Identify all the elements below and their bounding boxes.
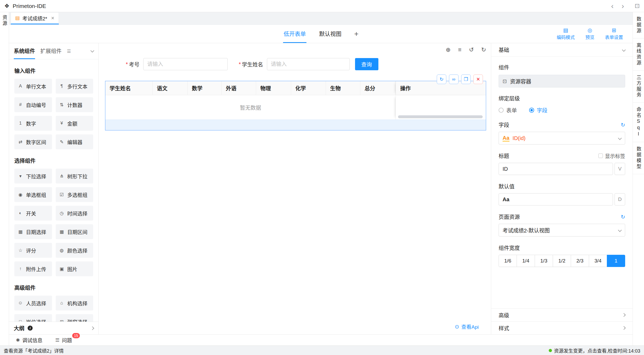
properties-header[interactable]: 基础 (491, 43, 633, 56)
palette-item-dropdown[interactable]: ▾下拉选择 (14, 169, 52, 183)
strip-item-third-party-service[interactable]: 三方服务 (633, 71, 644, 103)
code-mode-button[interactable]: ▤ 编码模式 (557, 28, 575, 40)
form-settings-button[interactable]: ⊞ 表单设置 (605, 28, 623, 40)
palette-item-multi-text[interactable]: ¶多行文本 (56, 79, 93, 94)
radio-form[interactable]: 表单 (499, 106, 517, 114)
palette-item-position-picker[interactable]: □岗位选择 (14, 314, 52, 322)
width-option[interactable]: 3/4 (589, 255, 607, 267)
column-header[interactable]: 外语 (222, 81, 256, 95)
title-input[interactable] (499, 163, 613, 175)
exam-no-input[interactable] (143, 58, 228, 70)
palette-item-single-text[interactable]: A单行文本 (14, 79, 52, 94)
tab-lowcode-form[interactable]: 低开表单 (283, 25, 306, 43)
tab-default-view[interactable]: 默认视图 (319, 25, 342, 43)
preview-button[interactable]: ◎ 预览 (585, 28, 594, 40)
column-header[interactable]: 学生姓名 (105, 81, 153, 95)
tab-extension-components[interactable]: 扩展组件 (40, 43, 62, 59)
info-icon[interactable]: i (28, 326, 33, 331)
palette-item-rating[interactable]: ☆评分 (14, 243, 52, 258)
column-header[interactable]: 生物 (326, 81, 360, 95)
column-header[interactable]: 总分 (360, 81, 396, 95)
page-resource-select[interactable]: 考试成绩2-默认视图 (499, 224, 625, 236)
radio-field[interactable]: 字段 (529, 106, 547, 114)
problems-button[interactable]: ☰ 问题 15 (55, 336, 72, 344)
component-box[interactable]: ⊡ 资源容器 (499, 75, 625, 87)
default-value-input[interactable]: Aa (499, 193, 613, 205)
tab-system-components[interactable]: 系统组件 (14, 43, 35, 59)
right-tool-strip: 数据源 离线资源 三方服务 命名Sql 数据模型 (633, 12, 644, 345)
palette-item-auto-number[interactable]: #自动编号 (14, 97, 52, 112)
delete-button[interactable]: ✕ (473, 74, 483, 84)
palette-item-checkbox-group[interactable]: ☑多选框组 (56, 187, 93, 202)
resource-strip-item[interactable]: 资源 (1, 15, 8, 27)
debug-info-button[interactable]: ✱ 调试信息 (16, 336, 42, 344)
sync-button[interactable]: ↻ (437, 74, 446, 84)
width-option[interactable]: 1/4 (517, 255, 535, 267)
design-canvas[interactable]: ⊕ ≡ ↺ ↻ *考号 *学生姓名 查询 ↻ (99, 43, 491, 334)
palette-item-number-range[interactable]: ⇄数字区间 (14, 134, 52, 149)
palette-item-tree-dropdown[interactable]: ⋔树形下拉 (56, 169, 93, 183)
palette-item-number[interactable]: 1数字 (14, 116, 52, 131)
tab-exam-scores[interactable]: ▤ 考试成绩2* ✕ (11, 12, 59, 24)
palette-item-person-picker[interactable]: ☺人员选择 (14, 296, 52, 310)
collapse-properties-icon[interactable] (622, 48, 626, 51)
view-api-link[interactable]: ⊙ 查看Api (455, 323, 479, 330)
palette-item-org-picker[interactable]: ⌂机构选择 (56, 296, 93, 310)
hamburger-icon[interactable]: ☰ (67, 49, 71, 54)
refresh-field-icon[interactable]: ↻ (621, 122, 625, 128)
expand-outline-icon[interactable] (90, 326, 94, 330)
status-right-text[interactable]: 资源发生变更，点击查看,检查时间:14:03 (554, 347, 640, 354)
palette-item-money[interactable]: ¥金额 (56, 116, 93, 131)
column-header[interactable]: 数学 (188, 81, 222, 95)
palette-item-editor[interactable]: ✎编辑器 (56, 134, 93, 149)
show-label-checkbox[interactable] (598, 154, 603, 158)
redo-icon[interactable]: ↻ (481, 46, 486, 53)
width-option[interactable]: 1/2 (553, 255, 571, 267)
strip-item-data-model[interactable]: 数据模型 (633, 142, 644, 174)
field-select[interactable]: Aa ID(id) (499, 132, 625, 144)
close-icon[interactable]: ✕ (51, 16, 54, 21)
student-name-input[interactable] (267, 58, 350, 70)
nav-back-icon[interactable]: ‹ (611, 2, 613, 10)
width-option[interactable]: 1/3 (535, 255, 553, 267)
outline-list-icon[interactable]: ≡ (458, 46, 461, 53)
save-icon[interactable]: ⊡ (635, 2, 640, 10)
strip-item-datasource[interactable]: 数据源 (633, 12, 644, 38)
palette-item-date-picker[interactable]: ▦日期选择 (14, 224, 52, 239)
palette-item-time-picker[interactable]: ◷时间选择 (56, 206, 93, 221)
advanced-section-row[interactable]: 高级 (491, 308, 633, 321)
strip-item-named-sql[interactable]: 命名Sql (633, 103, 644, 142)
link-button[interactable]: ∞ (449, 74, 459, 84)
globe-icon[interactable]: ⊕ (446, 46, 451, 53)
column-header[interactable]: 物理 (256, 81, 291, 95)
undo-icon[interactable]: ↺ (469, 46, 474, 53)
palette-item-dialog-picker[interactable]: ⊞弹窗选择 (56, 314, 93, 322)
column-header[interactable]: 化学 (291, 81, 326, 95)
palette-item-counter[interactable]: ⇅计数器 (56, 97, 93, 112)
width-option[interactable]: 2/3 (571, 255, 589, 267)
style-section-row[interactable]: 样式 (491, 321, 633, 334)
palette-item-color-picker[interactable]: ◍颜色选择 (56, 243, 93, 258)
palette-item-date-range[interactable]: ▦日期区间 (56, 224, 93, 239)
outline-footer[interactable]: 大纲 i (9, 322, 98, 334)
selected-table-container[interactable]: 学生姓名 语文 数学 外语 物理 化学 生物 总分 操作 (105, 81, 486, 130)
horizontal-scrollbar[interactable] (398, 115, 483, 118)
refresh-page-resource-icon[interactable]: ↻ (621, 214, 625, 220)
width-option[interactable]: 1/6 (499, 255, 517, 267)
search-button[interactable]: 查询 (355, 58, 378, 70)
copy-button[interactable]: ❐ (461, 74, 471, 84)
palette-item-image[interactable]: ▣图片 (56, 261, 93, 276)
collapse-palette-icon[interactable] (90, 49, 94, 52)
palette-item-radio-group[interactable]: ◉单选框组 (14, 187, 52, 202)
title-suffix-button[interactable]: V (615, 163, 625, 175)
palette-item-switch[interactable]: ◐开关 (14, 206, 52, 221)
sync-icon: ↻ (439, 76, 443, 82)
add-view-button[interactable]: + (354, 25, 358, 43)
width-option-selected[interactable]: 1 (607, 255, 625, 267)
column-header[interactable]: 语文 (153, 81, 188, 95)
default-suffix-button[interactable]: D (615, 193, 625, 205)
palette-item-attachment-upload[interactable]: ↑附件上传 (14, 261, 52, 276)
strip-item-offline-resource[interactable]: 离线资源 (633, 38, 644, 71)
status-left-text[interactable]: 查看资源「考试成绩2」详情 (4, 347, 64, 354)
nav-forward-icon[interactable]: › (621, 2, 624, 10)
